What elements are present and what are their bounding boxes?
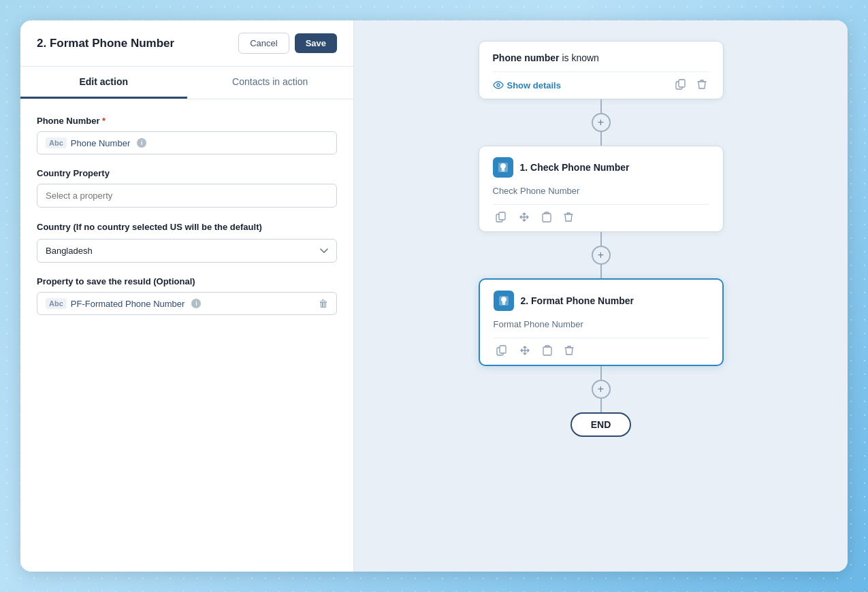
connector-line-6	[600, 399, 602, 412]
svg-rect-13	[500, 346, 506, 353]
country-label: Country (If no country selected US will …	[37, 221, 337, 233]
step1-trash-icon[interactable]	[561, 210, 576, 226]
country-property-label: Country Property	[37, 168, 337, 178]
country-group: Country (If no country selected US will …	[37, 221, 337, 263]
result-property-group: Property to save the resuld (Optional) A…	[37, 276, 337, 315]
panel-title: 2. Format Phone Number	[37, 37, 174, 50]
result-property-label: Property to save the resuld (Optional)	[37, 276, 337, 286]
connector-line-5	[600, 366, 602, 380]
condition-footer: Show details	[493, 71, 709, 93]
result-property-input[interactable]: Abc PF-Formated Phone Number i 🗑	[37, 292, 337, 315]
add-button-3[interactable]: +	[592, 380, 611, 399]
step2-paste-icon[interactable]	[540, 344, 555, 359]
step2-card: 2. Format Phone Number Format Phone Numb…	[479, 278, 724, 366]
step1-header: 1. Check Phone Number	[493, 157, 709, 178]
step2-copy-icon[interactable]	[494, 344, 510, 359]
phone-number-group: Phone Number * Abc Phone Number i	[37, 116, 337, 154]
phone-number-value: Phone Number	[71, 138, 130, 148]
svg-rect-4	[501, 169, 504, 171]
panel-body: Phone Number * Abc Phone Number i Countr…	[20, 99, 353, 572]
country-property-group: Country Property	[37, 168, 337, 208]
result-property-info-icon[interactable]: i	[191, 299, 201, 308]
step1-copy-icon[interactable]	[493, 210, 509, 226]
required-marker: *	[102, 116, 106, 126]
step1-move-icon[interactable]	[516, 210, 532, 226]
step1-card: 1. Check Phone Number Check Phone Number	[479, 146, 724, 232]
condition-card: Phone number is known Show details	[479, 41, 724, 99]
tab-contacts-in-action[interactable]: Contacts in action	[187, 67, 354, 99]
svg-rect-10	[502, 303, 505, 304]
svg-rect-7	[499, 212, 505, 220]
abc-badge-phone: Abc	[46, 137, 67, 148]
phone-number-label: Phone Number *	[37, 116, 337, 126]
svg-rect-14	[543, 347, 551, 355]
add-button-1[interactable]: +	[592, 113, 611, 132]
show-details-button[interactable]: Show details	[493, 80, 561, 91]
step2-title: 2. Format Phone Number	[521, 295, 634, 306]
step2-action-icon	[494, 291, 514, 311]
step1-actions	[493, 204, 709, 226]
step2-actions	[494, 338, 709, 359]
left-panel: 2. Format Phone Number Cancel Save Edit …	[20, 20, 354, 572]
add-button-2[interactable]: +	[592, 246, 611, 265]
save-button[interactable]: Save	[295, 33, 337, 53]
step1-paste-icon[interactable]	[539, 210, 554, 226]
connector-1: +	[592, 99, 611, 146]
copy-icon[interactable]	[673, 78, 689, 93]
condition-text: is known	[562, 52, 598, 63]
connector-line-4	[600, 265, 602, 278]
end-label: END	[591, 419, 611, 430]
tabs-row: Edit action Contacts in action	[20, 67, 353, 99]
eye-icon	[493, 80, 504, 91]
header-actions: Cancel Save	[238, 33, 337, 54]
show-details-label: Show details	[507, 80, 561, 91]
country-property-input[interactable]	[37, 184, 337, 208]
step2-trash-icon[interactable]	[562, 344, 577, 359]
panel-header: 2. Format Phone Number Cancel Save	[20, 20, 353, 67]
condition-bold: Phone number	[493, 52, 560, 63]
condition-content: Phone number is known	[493, 52, 709, 63]
svg-point-0	[497, 84, 500, 86]
step2-subtitle: Format Phone Number	[494, 316, 709, 338]
abc-badge-result: Abc	[46, 298, 67, 309]
step2-move-icon[interactable]	[517, 344, 533, 359]
connector-line-1	[600, 99, 602, 113]
end-node: END	[570, 412, 632, 437]
connector-2: +	[592, 232, 611, 278]
right-panel: Phone number is known Show details	[354, 20, 848, 572]
workflow-canvas: Phone number is known Show details	[368, 34, 834, 437]
svg-rect-8	[543, 214, 551, 222]
cancel-button[interactable]: Cancel	[238, 33, 289, 54]
connector-line-2	[600, 132, 602, 146]
step1-title: 1. Check Phone Number	[520, 162, 630, 173]
step2-header: 2. Format Phone Number	[494, 291, 709, 311]
svg-rect-2	[679, 80, 685, 87]
step1-action-icon	[493, 157, 513, 178]
country-select[interactable]: Bangladesh United States United Kingdom …	[37, 239, 337, 263]
connector-3: +	[592, 366, 611, 412]
svg-rect-11	[502, 304, 505, 305]
result-property-value: PF-Formated Phone Number	[71, 299, 185, 309]
trash-icon[interactable]	[694, 78, 709, 93]
phone-number-info-icon[interactable]: i	[137, 138, 146, 148]
step1-subtitle: Check Phone Number	[493, 183, 709, 204]
connector-line-3	[600, 232, 602, 246]
svg-rect-5	[502, 171, 504, 171]
phone-number-input[interactable]: Abc Phone Number i	[37, 131, 337, 154]
tab-edit-action[interactable]: Edit action	[20, 67, 187, 99]
result-property-delete-icon[interactable]: 🗑	[319, 298, 328, 309]
